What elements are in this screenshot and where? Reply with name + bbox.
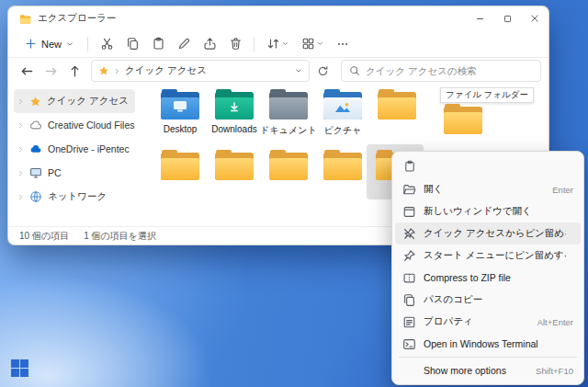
back-button[interactable] xyxy=(16,60,38,82)
arrow-up-icon xyxy=(68,64,82,78)
clipboard-icon xyxy=(403,160,416,173)
file-item-folder[interactable] xyxy=(208,150,261,180)
terminal-icon xyxy=(402,337,416,351)
sidebar-item-pc[interactable]: PC xyxy=(14,161,135,185)
explorer-folder-icon xyxy=(19,13,32,25)
selected-count: 1 個の項目を選択 xyxy=(84,230,156,243)
close-button[interactable] xyxy=(521,6,548,30)
new-button[interactable]: New xyxy=(17,34,81,53)
toolbar-divider xyxy=(87,37,88,51)
see-more-button[interactable] xyxy=(331,32,355,56)
zip-icon xyxy=(402,271,416,285)
file-name: ドキュメント xyxy=(260,124,316,137)
menu-item-unpin-from-quick-access[interactable]: クイック アクセスからピン留めを外す xyxy=(395,222,581,245)
file-name: ピクチャ xyxy=(324,124,362,137)
clipboard-icon xyxy=(152,37,165,51)
search-input[interactable] xyxy=(366,65,533,76)
chevron-right-icon[interactable] xyxy=(17,146,24,153)
grid-view-icon xyxy=(301,37,315,51)
yellow-folder-icon xyxy=(161,150,199,180)
shortcut-label: Alt+Enter xyxy=(537,317,573,327)
copy-button[interactable] xyxy=(120,32,144,56)
items-count: 10 個の項目 xyxy=(19,230,69,243)
delete-button[interactable] xyxy=(223,32,247,56)
file-item-downloads[interactable]: Downloads xyxy=(208,89,261,134)
shortcut-label: Enter xyxy=(552,185,573,195)
chevron-right-icon[interactable] xyxy=(17,122,24,129)
ellipsis-icon xyxy=(336,38,349,51)
search-box[interactable] xyxy=(341,60,541,82)
file-item-folder[interactable] xyxy=(316,150,369,180)
file-item-folder[interactable] xyxy=(444,104,482,134)
menu-item-copy-path[interactable]: パスのコピー xyxy=(395,289,581,311)
sidebar-item-network[interactable]: ネットワーク xyxy=(14,185,135,209)
chevron-down-icon xyxy=(282,40,288,47)
plus-icon xyxy=(25,38,37,50)
file-name: Downloads xyxy=(211,124,256,134)
logo-pane xyxy=(11,369,19,377)
sidebar-item-label: OneDrive - iPentec xyxy=(48,143,130,154)
toolbar-divider xyxy=(254,37,254,51)
yellow-folder-icon xyxy=(215,150,254,180)
refresh-button[interactable] xyxy=(311,60,334,82)
file-item-pictures[interactable]: ピクチャ xyxy=(316,89,369,137)
pictures-folder-icon xyxy=(323,89,362,120)
breadcrumb[interactable]: クイック アクセス xyxy=(91,60,310,82)
window-title: エクスプローラー xyxy=(38,12,116,25)
sidebar-item-onedrive[interactable]: OneDrive - iPentec xyxy=(14,137,135,161)
menu-item-open[interactable]: 開く Enter xyxy=(395,178,581,200)
cloud-icon xyxy=(29,119,42,131)
maximize-icon xyxy=(503,14,513,24)
minimize-button[interactable] xyxy=(466,6,493,30)
refresh-icon xyxy=(317,65,329,77)
monitor-overlay-icon xyxy=(173,101,187,112)
minimize-icon xyxy=(475,14,485,24)
address-dropdown-chevron-icon[interactable] xyxy=(295,67,302,74)
sidebar-item-quick-access[interactable]: クイック アクセス xyxy=(14,89,135,113)
sort-button[interactable] xyxy=(261,32,294,56)
chevron-right-icon[interactable] xyxy=(17,170,24,176)
scissors-icon xyxy=(100,37,114,51)
gray-folder-icon xyxy=(269,89,308,120)
menu-item-pin-to-start[interactable]: スタート メニューにピン留めする xyxy=(395,245,581,267)
windows-start-logo[interactable] xyxy=(11,359,28,377)
copy-button[interactable] xyxy=(397,155,423,177)
chevron-right-icon[interactable] xyxy=(17,98,24,105)
copy-icon xyxy=(126,37,140,51)
menu-item-open-new-window[interactable]: 新しいウィンドウで開く xyxy=(395,200,581,222)
cut-button[interactable] xyxy=(95,32,119,56)
star-icon xyxy=(29,96,41,108)
unpin-icon xyxy=(402,227,416,241)
file-item-documents[interactable]: ドキュメント xyxy=(262,89,315,137)
title-bar[interactable]: エクスプローラー xyxy=(8,6,548,30)
rename-button[interactable] xyxy=(172,32,196,56)
landscape-overlay-icon xyxy=(334,101,351,113)
breadcrumb-location[interactable]: クイック アクセス xyxy=(125,64,207,77)
share-button[interactable] xyxy=(198,32,221,56)
paste-button[interactable] xyxy=(146,32,170,56)
sidebar-item-creative-cloud[interactable]: Creative Cloud Files xyxy=(14,113,135,137)
menu-item-open-windows-terminal[interactable]: Open in Windows Terminal xyxy=(395,333,581,355)
yellow-folder-icon xyxy=(444,104,482,134)
chevron-right-icon[interactable] xyxy=(17,194,24,200)
file-item-folder[interactable] xyxy=(153,150,207,180)
properties-icon xyxy=(402,315,416,329)
menu-item-compress-zip[interactable]: Compress to ZIP file xyxy=(395,267,581,289)
globe-icon xyxy=(29,190,42,203)
maximize-button[interactable] xyxy=(493,6,521,30)
view-button[interactable] xyxy=(296,32,329,56)
file-item-folder[interactable] xyxy=(262,150,315,180)
sidebar-item-label: ネットワーク xyxy=(48,190,107,203)
menu-item-properties[interactable]: プロパティ Alt+Enter xyxy=(395,311,581,333)
file-item-desktop[interactable]: Desktop xyxy=(153,89,207,134)
open-folder-icon xyxy=(402,183,416,197)
new-window-icon xyxy=(402,205,416,219)
forward-button[interactable] xyxy=(40,60,62,82)
shortcut-label: Shift+F10 xyxy=(536,366,573,376)
pencil-icon xyxy=(177,37,191,51)
menu-item-show-more-options[interactable]: Show more options Shift+F10 xyxy=(395,359,581,381)
up-button[interactable] xyxy=(63,60,85,82)
onedrive-cloud-icon xyxy=(29,142,42,155)
file-item-folder[interactable] xyxy=(370,89,424,124)
context-menu-quick-actions xyxy=(395,154,581,178)
